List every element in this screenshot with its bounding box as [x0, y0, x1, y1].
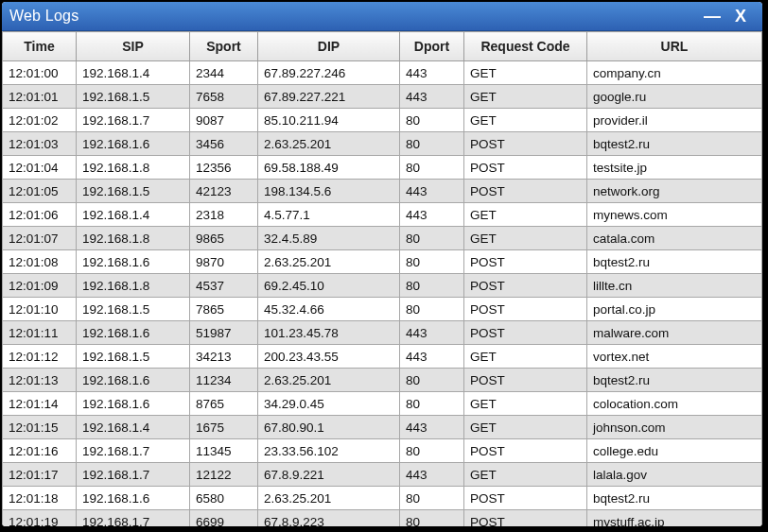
cell-dip: 45.32.4.66	[258, 298, 400, 321]
cell-code: POST	[464, 180, 587, 203]
cell-url: college.edu	[587, 439, 762, 463]
close-button[interactable]: X	[726, 7, 755, 26]
col-sip[interactable]: SIP	[77, 32, 190, 61]
table-row[interactable]: 12:01:18192.168.1.665802.63.25.20180POST…	[3, 487, 762, 510]
cell-dip: 23.33.56.102	[258, 439, 400, 463]
cell-code: GET	[464, 416, 587, 439]
cell-sport: 3456	[190, 132, 258, 156]
col-sport[interactable]: Sport	[190, 32, 258, 61]
cell-code: POST	[464, 369, 587, 392]
table-row[interactable]: 12:01:14192.168.1.6876534.29.0.4580GETco…	[3, 392, 762, 416]
table-row[interactable]: 12:01:02192.168.1.7908785.10.211.9480GET…	[3, 109, 762, 132]
cell-code: GET	[464, 463, 587, 487]
cell-sport: 42123	[190, 180, 258, 203]
cell-dip: 85.10.211.94	[258, 109, 400, 132]
cell-sip: 192.168.1.7	[77, 510, 190, 528]
table-row[interactable]: 12:01:05192.168.1.542123198.134.5.6443PO…	[3, 180, 762, 203]
cell-time: 12:01:17	[3, 463, 77, 487]
cell-sip: 192.168.1.4	[77, 203, 190, 227]
cell-sport: 6580	[190, 487, 258, 510]
window-title: Web Logs	[9, 8, 698, 25]
cell-dip: 2.63.25.201	[258, 369, 400, 392]
cell-sport: 7658	[190, 85, 258, 109]
table-row[interactable]: 12:01:19192.168.1.7669967.8.9.22380POSTm…	[3, 510, 762, 528]
logs-table: Time SIP Sport DIP Dport Request Code UR…	[2, 31, 762, 527]
cell-time: 12:01:04	[3, 156, 77, 180]
cell-sip: 192.168.1.8	[77, 227, 190, 250]
cell-dport: 443	[400, 321, 464, 345]
col-code[interactable]: Request Code	[464, 32, 587, 61]
cell-dport: 80	[400, 109, 464, 132]
table-row[interactable]: 12:01:07192.168.1.8986532.4.5.8980GETcat…	[3, 227, 762, 250]
cell-dport: 80	[400, 298, 464, 321]
cell-sport: 12122	[190, 463, 258, 487]
table-row[interactable]: 12:01:16192.168.1.71134523.33.56.10280PO…	[3, 439, 762, 463]
cell-time: 12:01:19	[3, 510, 77, 528]
table-row[interactable]: 12:01:15192.168.1.4167567.80.90.1443GETj…	[3, 416, 762, 439]
cell-code: POST	[464, 321, 587, 345]
titlebar[interactable]: Web Logs — X	[2, 2, 762, 31]
cell-dport: 443	[400, 345, 464, 369]
table-row[interactable]: 12:01:01192.168.1.5765867.89.227.221443G…	[3, 85, 762, 109]
table-row[interactable]: 12:01:00192.168.1.4234467.89.227.246443G…	[3, 61, 762, 85]
cell-url: company.cn	[587, 61, 762, 85]
cell-sip: 192.168.1.6	[77, 487, 190, 510]
cell-sip: 192.168.1.8	[77, 156, 190, 180]
table-row[interactable]: 12:01:03192.168.1.634562.63.25.20180POST…	[3, 132, 762, 156]
col-time[interactable]: Time	[3, 32, 77, 61]
cell-url: lalala.gov	[587, 463, 762, 487]
cell-code: GET	[464, 109, 587, 132]
cell-url: bqtest2.ru	[587, 369, 762, 392]
cell-time: 12:01:14	[3, 392, 77, 416]
table-row[interactable]: 12:01:09192.168.1.8453769.2.45.1080POSTl…	[3, 274, 762, 298]
cell-dport: 80	[400, 156, 464, 180]
cell-sip: 192.168.1.6	[77, 321, 190, 345]
cell-code: GET	[464, 203, 587, 227]
cell-url: bqtest2.ru	[587, 132, 762, 156]
cell-time: 12:01:13	[3, 369, 77, 392]
table-row[interactable]: 12:01:13192.168.1.6112342.63.25.20180POS…	[3, 369, 762, 392]
cell-url: network.org	[587, 180, 762, 203]
app-window: Web Logs — X Time SIP Sport DIP Dport Re…	[0, 0, 764, 528]
cell-sport: 51987	[190, 321, 258, 345]
cell-url: malware.com	[587, 321, 762, 345]
table-row[interactable]: 12:01:11192.168.1.651987101.23.45.78443P…	[3, 321, 762, 345]
cell-dport: 80	[400, 369, 464, 392]
cell-sip: 192.168.1.7	[77, 463, 190, 487]
cell-sip: 192.168.1.5	[77, 345, 190, 369]
cell-sip: 192.168.1.6	[77, 392, 190, 416]
col-url[interactable]: URL	[587, 32, 762, 61]
table-header: Time SIP Sport DIP Dport Request Code UR…	[3, 32, 762, 61]
cell-dip: 69.58.188.49	[258, 156, 400, 180]
cell-dip: 67.80.90.1	[258, 416, 400, 439]
col-dport[interactable]: Dport	[400, 32, 464, 61]
cell-code: POST	[464, 250, 587, 274]
cell-dip: 34.29.0.45	[258, 392, 400, 416]
table-row[interactable]: 12:01:10192.168.1.5786545.32.4.6680POSTp…	[3, 298, 762, 321]
cell-time: 12:01:18	[3, 487, 77, 510]
cell-url: johnson.com	[587, 416, 762, 439]
cell-sip: 192.168.1.4	[77, 61, 190, 85]
cell-code: POST	[464, 510, 587, 528]
table-row[interactable]: 12:01:12192.168.1.534213200.23.43.55443G…	[3, 345, 762, 369]
cell-dip: 67.89.227.221	[258, 85, 400, 109]
cell-dport: 80	[400, 227, 464, 250]
table-row[interactable]: 12:01:04192.168.1.81235669.58.188.4980PO…	[3, 156, 762, 180]
cell-dip: 200.23.43.55	[258, 345, 400, 369]
table-row[interactable]: 12:01:17192.168.1.71212267.8.9.221443GET…	[3, 463, 762, 487]
cell-url: bqtest2.ru	[587, 487, 762, 510]
cell-sip: 192.168.1.5	[77, 85, 190, 109]
cell-code: POST	[464, 298, 587, 321]
cell-sip: 192.168.1.5	[77, 180, 190, 203]
cell-code: GET	[464, 61, 587, 85]
cell-time: 12:01:02	[3, 109, 77, 132]
minimize-button[interactable]: —	[698, 7, 726, 26]
cell-dport: 443	[400, 203, 464, 227]
cell-sip: 192.168.1.5	[77, 298, 190, 321]
table-row[interactable]: 12:01:08192.168.1.698702.63.25.20180POST…	[3, 250, 762, 274]
col-dip[interactable]: DIP	[258, 32, 400, 61]
cell-dip: 2.63.25.201	[258, 250, 400, 274]
table-row[interactable]: 12:01:06192.168.1.423184.5.77.1443GETmyn…	[3, 203, 762, 227]
cell-dip: 101.23.45.78	[258, 321, 400, 345]
cell-code: GET	[464, 227, 587, 250]
